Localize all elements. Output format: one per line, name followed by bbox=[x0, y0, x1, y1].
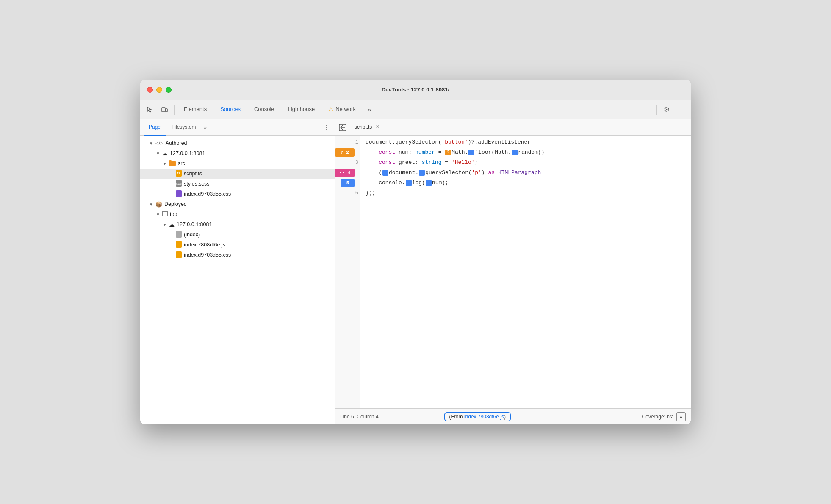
svg-rect-9 bbox=[176, 241, 182, 248]
folder-svg bbox=[169, 160, 176, 166]
warning-icon: ⚠ bbox=[328, 106, 334, 113]
tree-item-styles-scss[interactable]: SCSS styles.scss bbox=[140, 179, 335, 189]
cursor-icon bbox=[147, 106, 153, 113]
breakpoint-4[interactable]: •• 4 bbox=[335, 169, 355, 177]
close-button[interactable] bbox=[147, 87, 153, 93]
code-content[interactable]: document.querySelector('button')?.addEve… bbox=[360, 136, 691, 408]
sub-tab-filesystem[interactable]: Filesystem bbox=[166, 119, 201, 136]
svg-rect-10 bbox=[176, 251, 182, 258]
breakpoint-2[interactable]: ? 2 bbox=[335, 148, 355, 157]
code-editor[interactable]: 1 ? 2 3 •• 4 5 bbox=[335, 136, 691, 408]
close-tab-button[interactable]: ✕ bbox=[374, 124, 380, 130]
main-content: Page Filesystem » ⋮ ▼ </> Authored bbox=[140, 119, 691, 424]
authored-icon: </> bbox=[155, 140, 163, 147]
tree-item-index-css2[interactable]: index.d9703d55.css bbox=[140, 250, 335, 260]
device-icon bbox=[161, 106, 168, 113]
line-num-1: 1 bbox=[335, 137, 360, 147]
sub-toolbar-menu-button[interactable]: ⋮ bbox=[321, 122, 331, 133]
tab-network[interactable]: ⚠ Network bbox=[322, 100, 362, 119]
line-num-6: 6 bbox=[335, 188, 360, 198]
arrow-deployed-host: ▼ bbox=[162, 222, 167, 227]
file-js-svg bbox=[176, 241, 182, 248]
source-badge: (From index.7808df6e.js) bbox=[444, 412, 511, 421]
line-num-5: 5 bbox=[335, 178, 360, 188]
main-toolbar: Elements Sources Console Lighthouse ⚠ Ne… bbox=[140, 100, 691, 119]
more-options-button[interactable]: ⋮ bbox=[675, 103, 687, 116]
file-ts-icon: TS bbox=[176, 170, 182, 178]
arrow-top: ▼ bbox=[155, 212, 161, 217]
folder-icon bbox=[169, 160, 176, 167]
arrow-authored: ▼ bbox=[149, 141, 154, 146]
tree-item-index-js[interactable]: index.7808df6e.js bbox=[140, 240, 335, 250]
code-line-4: (document.querySelector('p') as HTMLPara… bbox=[366, 168, 686, 178]
tree-item-src[interactable]: ▼ src bbox=[140, 158, 335, 169]
code-line-3: const greet: string = 'Hello'; bbox=[366, 158, 686, 168]
tree-item-authored[interactable]: ▼ </> Authored bbox=[140, 138, 335, 148]
line-num-2: ? 2 bbox=[335, 147, 360, 158]
sub-tab-page[interactable]: Page bbox=[144, 119, 166, 136]
deployed-icon: 📦 bbox=[155, 201, 162, 208]
svg-rect-1 bbox=[166, 109, 167, 112]
tree-item-deployed[interactable]: ▼ 📦 Deployed bbox=[140, 199, 335, 209]
tree-item-script-ts[interactable]: TS script.ts bbox=[140, 169, 335, 179]
svg-text:SCSS: SCSS bbox=[176, 183, 182, 185]
traffic-lights bbox=[147, 87, 172, 93]
sub-toolbar: Page Filesystem » ⋮ bbox=[140, 119, 335, 136]
coverage-icon[interactable]: ▲ bbox=[676, 412, 686, 421]
inspect-element-button[interactable] bbox=[144, 103, 156, 116]
minimize-button[interactable] bbox=[156, 87, 162, 93]
arrow-deployed: ▼ bbox=[149, 202, 154, 207]
file-scss-icon: SCSS bbox=[176, 180, 182, 188]
file-gray-svg bbox=[176, 231, 182, 238]
tree-item-deployed-host[interactable]: ▼ ☁ 127.0.0.1:8081 bbox=[140, 219, 335, 230]
right-panel: script.ts ✕ 1 ? 2 3 bbox=[335, 119, 691, 424]
source-link[interactable]: index.7808df6e.js bbox=[464, 414, 504, 420]
devtools-window: DevTools - 127.0.0.1:8081/ Elements Sour… bbox=[140, 80, 691, 424]
file-scss-svg: SCSS bbox=[176, 180, 182, 187]
code-line-6: }); bbox=[366, 188, 686, 198]
tab-console[interactable]: Console bbox=[248, 100, 280, 119]
tree-item-index-file[interactable]: (index) bbox=[140, 230, 335, 240]
cloud-icon-1: ☁ bbox=[162, 150, 168, 157]
tab-sources[interactable]: Sources bbox=[214, 100, 247, 119]
toolbar-divider-right bbox=[656, 105, 657, 115]
back-icon-svg bbox=[339, 124, 346, 131]
device-toolbar-button[interactable] bbox=[158, 103, 171, 116]
open-file-tab[interactable]: script.ts ✕ bbox=[350, 122, 385, 133]
editor-tabs: script.ts ✕ bbox=[335, 119, 691, 136]
tree-item-index-css[interactable]: index.d9703d55.css bbox=[140, 189, 335, 199]
svg-rect-8 bbox=[176, 231, 182, 238]
svg-rect-7 bbox=[163, 211, 167, 216]
back-to-file-icon[interactable] bbox=[337, 122, 349, 133]
arrow-authored-host: ▼ bbox=[155, 151, 161, 156]
window-title: DevTools - 127.0.0.1:8081/ bbox=[382, 86, 449, 93]
code-line-1: document.querySelector('button')?.addEve… bbox=[366, 137, 686, 147]
file-css2-icon bbox=[176, 251, 182, 259]
code-line-2: const num: number = ?Math.floor(Math.ran… bbox=[366, 147, 686, 158]
left-panel: Page Filesystem » ⋮ ▼ </> Authored bbox=[140, 119, 335, 424]
breakpoint-5[interactable]: 5 bbox=[341, 179, 355, 187]
more-tabs-button[interactable]: » bbox=[363, 104, 375, 116]
tab-elements[interactable]: Elements bbox=[178, 100, 213, 119]
settings-button[interactable]: ⚙ bbox=[660, 103, 673, 116]
svg-text:TS: TS bbox=[177, 172, 180, 175]
toolbar-divider bbox=[174, 105, 175, 115]
file-css-icon bbox=[176, 190, 182, 198]
tree-item-authored-host[interactable]: ▼ ☁ 127.0.0.1:8081 bbox=[140, 148, 335, 158]
tab-lighthouse[interactable]: Lighthouse bbox=[282, 100, 321, 119]
square-svg bbox=[162, 211, 168, 216]
code-line-5: console.log(num); bbox=[366, 178, 686, 188]
title-bar: DevTools - 127.0.0.1:8081/ bbox=[140, 80, 691, 100]
cursor-position: Line 6, Column 4 bbox=[340, 414, 379, 420]
file-tree: ▼ </> Authored ▼ ☁ 127.0.0.1:8081 ▼ bbox=[140, 136, 335, 424]
coverage-status: Coverage: n/a ▲ bbox=[642, 412, 686, 421]
file-js-icon bbox=[176, 241, 182, 249]
top-icon bbox=[162, 211, 168, 218]
file-css-svg bbox=[176, 190, 182, 197]
maximize-button[interactable] bbox=[166, 87, 172, 93]
line-numbers: 1 ? 2 3 •• 4 5 bbox=[335, 136, 360, 408]
file-css2-svg bbox=[176, 251, 182, 258]
line-num-4: •• 4 bbox=[335, 168, 360, 178]
more-sub-tabs-button[interactable]: » bbox=[202, 124, 208, 130]
tree-item-top[interactable]: ▼ top bbox=[140, 209, 335, 219]
